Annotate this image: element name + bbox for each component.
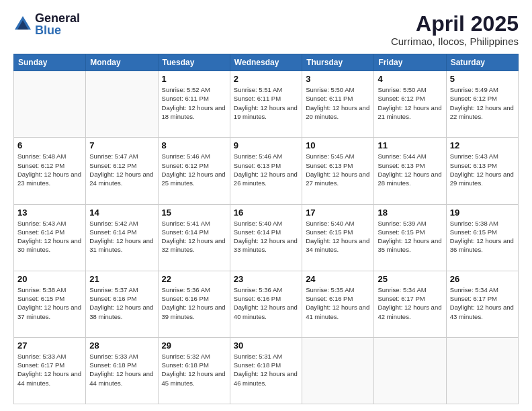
col-friday: Friday	[374, 54, 446, 71]
sunrise-label: Sunrise: 5:52 AM	[162, 86, 210, 93]
day-info: Sunrise: 5:40 AMSunset: 6:15 PMDaylight:…	[306, 219, 370, 255]
day-number: 18	[378, 208, 442, 218]
day-info: Sunrise: 5:46 AMSunset: 6:12 PMDaylight:…	[162, 152, 226, 187]
day-number: 30	[234, 340, 298, 351]
day-number: 24	[306, 274, 370, 284]
table-row: 4Sunrise: 5:50 AMSunset: 6:12 PMDaylight…	[374, 71, 446, 138]
table-row: 2Sunrise: 5:51 AMSunset: 6:11 PMDaylight…	[230, 71, 302, 138]
col-saturday: Saturday	[446, 54, 518, 71]
daylight-label: Daylight: 12 hours and 34 minutes.	[306, 237, 369, 253]
sunset-label: Sunset: 6:14 PM	[234, 228, 281, 236]
table-row: 16Sunrise: 5:40 AMSunset: 6:14 PMDayligh…	[230, 204, 302, 271]
header: General Blue April 2025 Currimao, Ilocos…	[13, 12, 519, 47]
day-number: 19	[450, 208, 515, 218]
sunset-label: Sunset: 6:16 PM	[234, 295, 281, 302]
daylight-label: Daylight: 12 hours and 44 minutes.	[89, 370, 153, 386]
col-sunday: Sunday	[14, 54, 86, 71]
day-number: 5	[450, 74, 515, 84]
table-row: 23Sunrise: 5:36 AMSunset: 6:16 PMDayligh…	[230, 271, 302, 337]
month-title: April 2025	[391, 12, 519, 36]
day-number: 11	[378, 140, 442, 150]
calendar-week-row: 27Sunrise: 5:33 AMSunset: 6:17 PMDayligh…	[14, 337, 519, 404]
sunset-label: Sunset: 6:15 PM	[450, 228, 497, 236]
day-number: 27	[17, 340, 82, 351]
daylight-label: Daylight: 12 hours and 18 minutes.	[162, 104, 226, 120]
sunset-label: Sunset: 6:13 PM	[234, 162, 281, 169]
daylight-label: Daylight: 12 hours and 28 minutes.	[378, 171, 441, 187]
sunset-label: Sunset: 6:16 PM	[162, 295, 209, 302]
sunrise-label: Sunrise: 5:35 AM	[306, 286, 354, 293]
table-row: 5Sunrise: 5:49 AMSunset: 6:12 PMDaylight…	[446, 71, 518, 138]
title-section: April 2025 Currimao, Ilocos, Philippines	[391, 12, 519, 47]
day-info: Sunrise: 5:33 AMSunset: 6:18 PMDaylight:…	[89, 352, 154, 387]
daylight-label: Daylight: 12 hours and 23 minutes.	[17, 171, 81, 187]
sunrise-label: Sunrise: 5:44 AM	[378, 152, 426, 160]
sunset-label: Sunset: 6:14 PM	[89, 228, 136, 236]
day-number: 29	[162, 340, 226, 351]
sunset-label: Sunset: 6:16 PM	[89, 295, 136, 302]
sunrise-label: Sunrise: 5:50 AM	[306, 86, 354, 93]
day-number: 21	[89, 274, 154, 284]
sunset-label: Sunset: 6:14 PM	[162, 228, 209, 236]
table-row: 13Sunrise: 5:43 AMSunset: 6:14 PMDayligh…	[14, 204, 86, 271]
daylight-label: Daylight: 12 hours and 36 minutes.	[450, 237, 514, 253]
table-row: 30Sunrise: 5:31 AMSunset: 6:18 PMDayligh…	[230, 337, 302, 404]
day-info: Sunrise: 5:40 AMSunset: 6:14 PMDaylight:…	[234, 219, 298, 255]
daylight-label: Daylight: 12 hours and 30 minutes.	[17, 237, 81, 253]
day-number: 23	[234, 274, 298, 284]
sunrise-label: Sunrise: 5:37 AM	[89, 286, 138, 293]
table-row: 28Sunrise: 5:33 AMSunset: 6:18 PMDayligh…	[86, 337, 158, 404]
sunrise-label: Sunrise: 5:34 AM	[450, 286, 498, 293]
sunrise-label: Sunrise: 5:40 AM	[234, 220, 282, 227]
day-number: 28	[89, 340, 154, 351]
calendar-header-row: Sunday Monday Tuesday Wednesday Thursday…	[14, 54, 519, 71]
daylight-label: Daylight: 12 hours and 46 minutes.	[234, 370, 298, 386]
table-row: 22Sunrise: 5:36 AMSunset: 6:16 PMDayligh…	[158, 271, 230, 337]
table-row: 20Sunrise: 5:38 AMSunset: 6:15 PMDayligh…	[14, 271, 86, 337]
daylight-label: Daylight: 12 hours and 25 minutes.	[162, 171, 226, 187]
day-number: 17	[306, 208, 370, 218]
logo: General Blue	[13, 12, 80, 36]
sunrise-label: Sunrise: 5:32 AM	[162, 353, 210, 360]
table-row: 10Sunrise: 5:45 AMSunset: 6:13 PMDayligh…	[302, 138, 374, 204]
table-row: 8Sunrise: 5:46 AMSunset: 6:12 PMDaylight…	[158, 138, 230, 204]
daylight-label: Daylight: 12 hours and 29 minutes.	[450, 171, 514, 187]
table-row: 18Sunrise: 5:39 AMSunset: 6:15 PMDayligh…	[374, 204, 446, 271]
day-info: Sunrise: 5:51 AMSunset: 6:11 PMDaylight:…	[234, 85, 298, 121]
sunrise-label: Sunrise: 5:33 AM	[17, 353, 66, 360]
daylight-label: Daylight: 12 hours and 22 minutes.	[450, 104, 514, 120]
calendar-week-row: 20Sunrise: 5:38 AMSunset: 6:15 PMDayligh…	[14, 271, 519, 337]
calendar-week-row: 13Sunrise: 5:43 AMSunset: 6:14 PMDayligh…	[14, 204, 519, 271]
logo-blue-text: Blue	[35, 24, 80, 36]
sunrise-label: Sunrise: 5:33 AM	[89, 353, 138, 360]
table-row: 25Sunrise: 5:34 AMSunset: 6:17 PMDayligh…	[374, 271, 446, 337]
table-row: 21Sunrise: 5:37 AMSunset: 6:16 PMDayligh…	[86, 271, 158, 337]
daylight-label: Daylight: 12 hours and 21 minutes.	[378, 104, 441, 120]
daylight-label: Daylight: 12 hours and 44 minutes.	[17, 370, 81, 386]
day-number: 8	[162, 140, 226, 150]
sunset-label: Sunset: 6:15 PM	[378, 228, 425, 236]
calendar-week-row: 1Sunrise: 5:52 AMSunset: 6:11 PMDaylight…	[14, 71, 519, 138]
day-info: Sunrise: 5:36 AMSunset: 6:16 PMDaylight:…	[234, 285, 298, 321]
day-number: 22	[162, 274, 226, 284]
daylight-label: Daylight: 12 hours and 41 minutes.	[306, 304, 369, 320]
sunset-label: Sunset: 6:15 PM	[17, 295, 64, 302]
sunrise-label: Sunrise: 5:36 AM	[162, 286, 210, 293]
sunrise-label: Sunrise: 5:39 AM	[378, 220, 426, 227]
day-info: Sunrise: 5:31 AMSunset: 6:18 PMDaylight:…	[234, 352, 298, 387]
sunset-label: Sunset: 6:12 PM	[17, 162, 64, 169]
sunset-label: Sunset: 6:12 PM	[89, 162, 136, 169]
sunrise-label: Sunrise: 5:41 AM	[162, 220, 210, 227]
day-number: 1	[162, 74, 226, 84]
day-info: Sunrise: 5:35 AMSunset: 6:16 PMDaylight:…	[306, 285, 370, 321]
daylight-label: Daylight: 12 hours and 33 minutes.	[234, 237, 298, 253]
day-info: Sunrise: 5:48 AMSunset: 6:12 PMDaylight:…	[17, 152, 82, 187]
sunset-label: Sunset: 6:13 PM	[306, 162, 353, 169]
day-info: Sunrise: 5:41 AMSunset: 6:14 PMDaylight:…	[162, 219, 226, 255]
sunset-label: Sunset: 6:14 PM	[17, 228, 64, 236]
sunset-label: Sunset: 6:18 PM	[162, 361, 209, 369]
col-tuesday: Tuesday	[158, 54, 230, 71]
day-number: 16	[234, 208, 298, 218]
day-number: 13	[17, 208, 82, 218]
sunset-label: Sunset: 6:13 PM	[378, 162, 425, 169]
